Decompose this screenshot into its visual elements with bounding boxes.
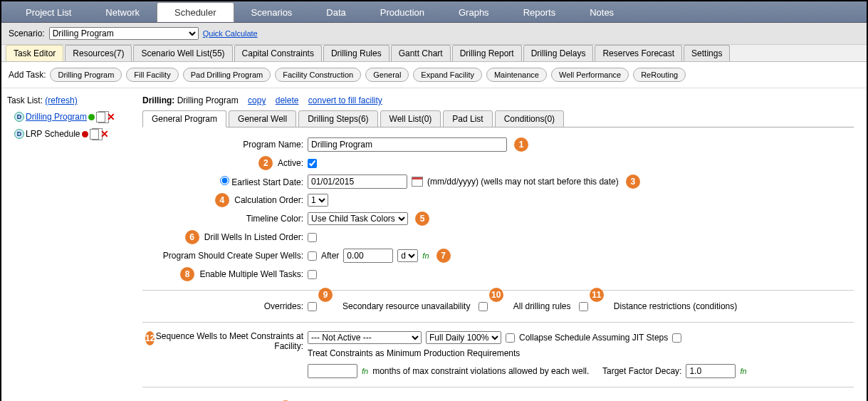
add-expand-facility-button[interactable]: Expand Facility [413,68,482,82]
nav-project-list[interactable]: Project List [9,3,88,22]
months-violation-input[interactable] [308,364,357,378]
fn-label: fn [362,367,368,375]
refresh-link[interactable]: (refresh) [45,95,77,105]
overrides-label: Overrides: [142,301,308,311]
add-general-button[interactable]: General [365,68,409,82]
earliest-start-hint: (mm/dd/yyyy) (wells may not start before… [427,177,619,187]
scenario-bar: Scenario: Drilling Program Quick Calcula… [1,23,867,45]
jit-checkbox[interactable] [506,333,515,343]
super-wells-checkbox[interactable] [308,251,317,261]
sequence-label: Sequence Wells to Meet Constraints at Fa… [154,331,308,351]
quick-calculate-link[interactable]: Quick Calculate [203,29,258,38]
override-secondary-checkbox[interactable] [308,302,317,311]
help-badge-9[interactable]: 9 [318,288,333,302]
task-list-panel: Task List: (refresh) D Drilling Program … [1,88,130,401]
tab-well-list[interactable]: Well List(0) [380,110,441,127]
nav-graphs[interactable]: Graphs [441,3,506,22]
override-rules-label: All drilling rules [513,301,571,311]
drilling-program-icon: D [14,112,24,122]
after-label: After [321,251,339,261]
add-drilling-program-button[interactable]: Drilling Program [50,68,122,82]
scenario-label: Scenario: [9,28,45,38]
multiple-well-checkbox[interactable] [308,270,317,279]
tab-pad-list[interactable]: Pad List [443,110,492,127]
task-item-label[interactable]: Drilling Program [26,112,87,122]
program-name-input[interactable] [308,137,507,152]
tab-drilling-steps[interactable]: Drilling Steps(6) [298,110,377,127]
add-facility-construction-button[interactable]: Facility Construction [275,68,361,82]
tab-reserves-forecast[interactable]: Reserves Forecast [595,45,682,61]
nav-scheduler[interactable]: Scheduler [157,2,234,22]
listed-order-checkbox[interactable] [308,233,317,242]
help-badge-6[interactable]: 6 [185,230,199,244]
override-rules-checkbox[interactable] [479,302,488,311]
tab-drilling-rules[interactable]: Drilling Rules [323,45,389,61]
task-item-label[interactable]: LRP Schedule [26,129,80,139]
nav-notes[interactable]: Notes [572,3,631,22]
delete-icon[interactable]: ✕ [100,128,109,140]
copy-icon[interactable] [90,129,99,140]
help-badge-10[interactable]: 10 [489,288,503,302]
calc-order-label: Calculation Order: [234,195,303,205]
earliest-start-label: Earliest Start Date: [231,177,303,187]
tab-conditions[interactable]: Conditions(0) [495,110,564,127]
timeline-color-select[interactable]: Use Child Task Colors [308,212,408,225]
active-status-icon [88,114,95,120]
sequence-daily-select[interactable]: Full Daily 100% [426,331,501,344]
help-badge-8[interactable]: 8 [180,267,194,281]
nav-network[interactable]: Network [88,3,157,22]
nav-reports[interactable]: Reports [506,3,573,22]
tab-drilling-report[interactable]: Drilling Report [452,45,522,61]
nav-scenarios[interactable]: Scenarios [234,3,310,22]
multiple-well-label: Enable Multiple Well Tasks: [199,269,303,279]
tab-capital-constraints[interactable]: Capital Constraints [234,45,322,61]
tab-settings[interactable]: Settings [684,45,730,61]
super-wells-unit-select[interactable]: d [397,249,418,262]
add-rerouting-button[interactable]: ReRouting [633,68,686,82]
super-wells-value-input[interactable] [343,249,393,263]
scenario-select[interactable]: Drilling Program [49,27,199,40]
copy-icon[interactable] [96,112,105,123]
nav-data[interactable]: Data [309,3,362,22]
delete-link[interactable]: delete [276,95,299,105]
super-wells-label: Program Should Create Super Wells: [142,251,308,261]
decay-input[interactable] [686,364,736,378]
tab-task-editor[interactable]: Task Editor [6,45,63,61]
active-checkbox[interactable] [308,159,317,168]
tab-general-well[interactable]: General Well [229,110,296,127]
help-badge-5[interactable]: 5 [415,212,429,226]
calc-order-select[interactable]: 1 [308,194,328,207]
fn-label: fn [740,367,746,375]
copy-link[interactable]: copy [248,95,266,105]
add-well-performance-button[interactable]: Well Performance [551,68,629,82]
treat-constraints-checkbox[interactable] [672,333,681,343]
tab-drilling-delays[interactable]: Drilling Delays [523,45,594,61]
help-badge-7[interactable]: 7 [436,249,451,263]
help-badge-4[interactable]: 4 [215,193,229,207]
drilling-program-icon: D [14,129,24,139]
calendar-icon[interactable] [412,177,423,187]
sequence-active-select[interactable]: --- Not Active --- [308,331,422,344]
override-distance-checkbox[interactable] [579,302,588,311]
help-badge-3[interactable]: 3 [626,175,640,189]
task-item-lrp-schedule[interactable]: D LRP Schedule ✕ [7,128,124,140]
earliest-start-radio[interactable] [220,176,229,185]
add-fill-facility-button[interactable]: Fill Facility [126,68,178,82]
tab-resources[interactable]: Resources(7) [65,45,132,61]
help-badge-1[interactable]: 1 [514,137,528,152]
earliest-start-input[interactable] [308,175,407,189]
add-maintenance-button[interactable]: Maintenance [486,68,547,82]
add-pad-drilling-program-button[interactable]: Pad Drilling Program [183,68,271,82]
tab-scenario-well-list[interactable]: Scenario Well List(55) [133,45,232,61]
nav-production[interactable]: Production [363,3,441,22]
delete-icon[interactable]: ✕ [107,111,115,123]
help-badge-2[interactable]: 2 [258,156,273,170]
convert-link[interactable]: convert to fill facility [308,95,382,105]
inner-tabs: General Program General Well Drilling St… [142,110,854,127]
help-badge-11[interactable]: 11 [590,288,604,302]
tab-general-program[interactable]: General Program [142,110,226,127]
tab-gantt-chart[interactable]: Gantt Chart [391,45,451,61]
task-item-drilling-program[interactable]: D Drilling Program ✕ [7,111,124,123]
editor-title: Drilling Program [177,95,239,105]
editor-prefix: Drilling: [142,95,174,105]
